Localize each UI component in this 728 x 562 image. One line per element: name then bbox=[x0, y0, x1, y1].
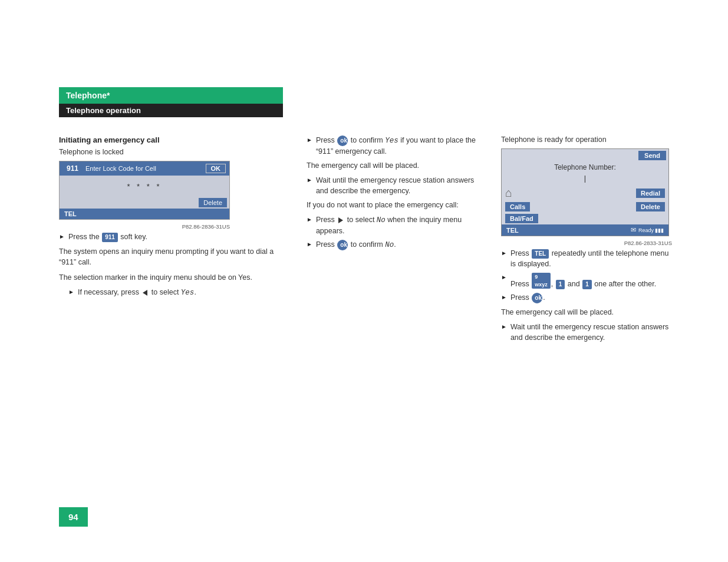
bullet-arrow-r1: ► bbox=[501, 249, 507, 257]
para-selection-marker: The selection marker in the inquiry menu… bbox=[59, 272, 283, 283]
middle-column: ► Press ok to confirm Yes if you want to… bbox=[307, 135, 477, 346]
subtitle-text: Telephone operation bbox=[66, 106, 141, 115]
bullet-arrow-r2: ► bbox=[501, 273, 507, 282]
key-9wxyz: 9wxyz bbox=[532, 273, 551, 289]
bullet-press-ok-r: ► Press ok. bbox=[501, 293, 672, 303]
para-call-placed-1: The emergency call will be placed. bbox=[307, 160, 477, 171]
envelope-icon: ✉ bbox=[631, 226, 636, 234]
phone-top-bar: 911 Enter Lock Code for Cell OK bbox=[60, 161, 229, 176]
phone-screen-ready: Send Telephone Number: | ⌂ Redial Calls bbox=[501, 148, 669, 236]
bullet-arrow-m4: ► bbox=[307, 240, 312, 249]
tel-status-bar: TEL ✉ Ready ▮▮▮ bbox=[502, 224, 668, 236]
bullet-text-m4: Press ok to confirm No. bbox=[316, 240, 477, 251]
signal-bars: ▮▮▮ bbox=[655, 227, 664, 233]
bullet-text-m2: Wait until the emergency rescue station … bbox=[316, 176, 477, 196]
sub-heading: Telephone is locked bbox=[59, 148, 283, 156]
section-heading: Initiating an emergency call bbox=[59, 135, 283, 144]
yes-mono-1: Yes bbox=[385, 137, 398, 145]
bullet-text-r1: Press TEL repeatedly until the telephone… bbox=[510, 249, 672, 269]
bullet-if-necessary: ► If necessary, press to select Yes. bbox=[68, 287, 283, 299]
bullet-confirm-yes: ► Press ok to confirm Yes if you want to… bbox=[307, 135, 477, 157]
tel-number-row: Telephone Number: bbox=[502, 162, 668, 173]
photo-ref-left: P82.86-2836-31US bbox=[59, 223, 230, 230]
content-area: Initiating an emergency call Telephone i… bbox=[59, 135, 669, 346]
calls-button: Calls bbox=[505, 202, 530, 211]
delete-button: Delete bbox=[199, 198, 227, 207]
photo-ref-right: P82.86-2833-31US bbox=[501, 240, 672, 246]
bullet-text-sub: If necessary, press to select Yes. bbox=[78, 287, 283, 299]
key-ok-2: ok bbox=[337, 240, 348, 250]
delete-row: Delete bbox=[60, 197, 229, 209]
cursor-row: | bbox=[502, 173, 668, 185]
para-if-not: If you do not want to place the emergenc… bbox=[307, 200, 477, 210]
key-1b: 1 bbox=[582, 280, 592, 289]
stars-display: * * * * bbox=[60, 176, 229, 197]
calls-delete-row: Calls Delete bbox=[502, 201, 668, 213]
yes-mono: Yes bbox=[181, 289, 195, 297]
key-911-label: 911 bbox=[63, 163, 82, 174]
key-ok-1: ok bbox=[337, 135, 348, 146]
redial-button: Redial bbox=[636, 189, 665, 198]
cursor: | bbox=[584, 174, 586, 183]
bal-fad-button: Bal/Fad bbox=[505, 214, 538, 223]
para-inquiry-menu: The system opens an inquiry menu prompti… bbox=[59, 246, 283, 267]
page-title: Telephone* bbox=[59, 87, 283, 104]
page-number: 94 bbox=[59, 507, 88, 527]
nav-right-key bbox=[338, 217, 343, 223]
bullet-select-no: ► Press to select No when the inquiry me… bbox=[307, 215, 477, 236]
bullet-text-1: Press the 911 soft key. bbox=[68, 232, 283, 243]
phone-screen-lock: 911 Enter Lock Code for Cell OK * * * * … bbox=[59, 161, 230, 220]
bal-fad-row: Bal/Fad bbox=[502, 213, 668, 224]
bullet-press-tel: ► Press TEL repeatedly until the telepho… bbox=[501, 249, 672, 269]
tel-bar: TEL bbox=[60, 209, 229, 219]
bullet-text-m3: Press to select No when the inquiry menu… bbox=[316, 215, 477, 236]
bullet-arrow-sub: ► bbox=[68, 288, 74, 296]
no-mono-1: No bbox=[377, 216, 386, 224]
bullet-arrow-1: ► bbox=[59, 233, 65, 241]
no-mono-2: No bbox=[385, 241, 394, 249]
bullet-arrow-m1: ► bbox=[307, 136, 312, 144]
nav-left-key bbox=[143, 290, 147, 296]
tel-label: TEL bbox=[506, 227, 519, 234]
bullet-wait-1: ► Wait until the emergency rescue statio… bbox=[307, 176, 477, 196]
bullet-arrow-r3: ► bbox=[501, 293, 507, 302]
bullet-arrow-m3: ► bbox=[307, 216, 312, 224]
right-section-title: Telephone is ready for operation bbox=[501, 135, 672, 144]
left-column: Initiating an emergency call Telephone i… bbox=[59, 135, 283, 346]
icon-redial-row: ⌂ Redial bbox=[502, 185, 668, 201]
ready-text: Ready bbox=[638, 227, 654, 233]
send-button: Send bbox=[638, 151, 666, 160]
bullet-arrow-r4: ► bbox=[501, 323, 507, 331]
tel-number-label: Telephone Number: bbox=[554, 163, 616, 171]
bullet-confirm-no: ► Press ok to confirm No. bbox=[307, 240, 477, 251]
key-1a: 1 bbox=[556, 280, 565, 289]
right-column: Telephone is ready for operation Send Te… bbox=[501, 135, 672, 346]
bullet-text-r4: Wait until the emergency rescue station … bbox=[510, 322, 672, 343]
key-911: 911 bbox=[102, 233, 118, 242]
ok-button-label: OK bbox=[206, 164, 226, 173]
delete-button-r: Delete bbox=[636, 202, 665, 211]
bullet-arrow-m2: ► bbox=[307, 176, 312, 184]
enter-lock-label: Enter Lock Code for Cell bbox=[85, 165, 205, 172]
bullet-press-911-seq: ► Press 9wxyz, 1 and 1 one after the oth… bbox=[501, 273, 672, 289]
header-section: Telephone* Telephone operation bbox=[59, 87, 283, 117]
bullet-text-r2: Press 9wxyz, 1 and 1 one after the other… bbox=[510, 273, 672, 289]
para-call-placed-r: The emergency call will be placed. bbox=[501, 307, 672, 318]
page-container: Telephone* Telephone operation Initiatin… bbox=[0, 0, 728, 562]
bullet-press-911: ► Press the 911 soft key. bbox=[59, 232, 283, 243]
page-subtitle: Telephone operation bbox=[59, 104, 283, 117]
key-ok-r: ok bbox=[532, 293, 542, 303]
bullet-text-m1: Press ok to confirm Yes if you want to p… bbox=[316, 135, 477, 157]
key-tel-label: TEL bbox=[532, 249, 549, 259]
home-icon: ⌂ bbox=[505, 186, 512, 200]
bullet-text-r3: Press ok. bbox=[510, 293, 672, 303]
bullet-wait-r: ► Wait until the emergency rescue statio… bbox=[501, 322, 672, 343]
